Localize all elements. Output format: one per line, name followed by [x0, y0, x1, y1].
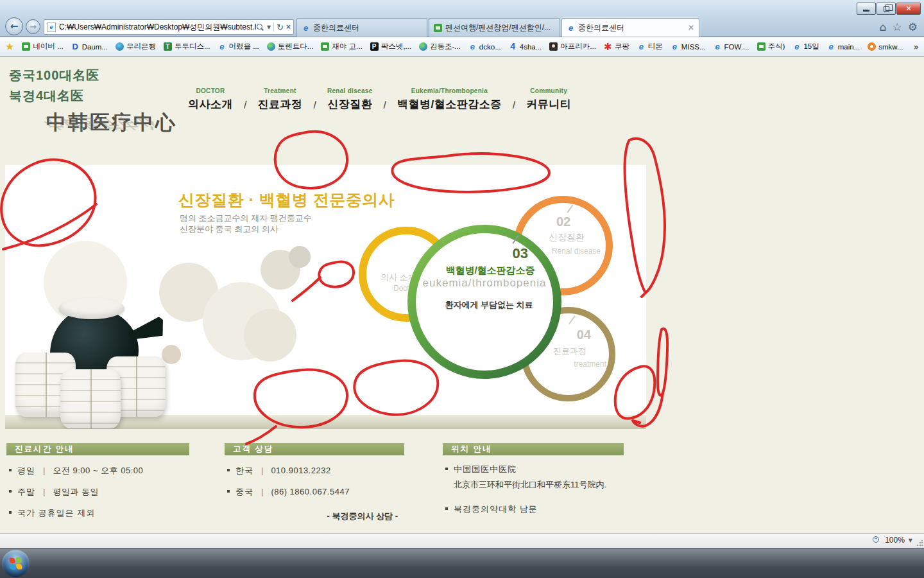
favorite-torrent[interactable]: 토렌트다... [267, 42, 314, 51]
ie-favicon: e [468, 42, 477, 51]
forward-button[interactable]: → [26, 19, 40, 34]
ie-favicon: e [827, 42, 835, 51]
ie-favicon: e [792, 42, 801, 51]
hours-row: 주말 | 평일과 동일 [6, 486, 189, 498]
site-logo-reflection: 中韩医疗中心 [35, 114, 167, 132]
favorite-coupang[interactable]: ✱쿠팡 [604, 42, 629, 51]
circle-en-label: Renal disease [552, 245, 601, 257]
favorite-woori[interactable]: 우리은행 [116, 42, 156, 51]
location-name: 북경중의약대학 남문 [454, 504, 538, 515]
stop-icon[interactable]: × [286, 22, 291, 31]
browser-titlebar: ✕ ← → e C:₩Users₩Administrator₩Desktop₩성… [0, 0, 924, 37]
windows-flag-icon [9, 557, 22, 570]
location-header: 위치 안내 [443, 443, 624, 455]
favorite-daum[interactable]: DDaum... [71, 42, 108, 51]
close-icon: ✕ [905, 4, 911, 13]
address-dropdown-icon[interactable]: ▼ [267, 24, 271, 30]
row-divider: | [35, 487, 53, 496]
favorite-paxnet[interactable]: P팍스넷,... [370, 42, 411, 51]
restore-button[interactable] [877, 3, 896, 15]
favorite-fow[interactable]: eFOW.... [714, 42, 749, 51]
row-label: 중국 [235, 486, 253, 498]
phone-number: 010.9013.2232 [271, 466, 330, 475]
favorite-15il[interactable]: e15일 [792, 42, 819, 51]
nav-en-label: Eukemia/Thrombopenia [411, 87, 488, 94]
favorite-tutu[interactable]: T투투디스... [164, 42, 210, 51]
circle-en-label: treatment [574, 360, 606, 369]
favorite-4shared[interactable]: 44sha... [509, 42, 542, 51]
favorite-label: FOW.... [724, 43, 749, 51]
nav-item-doctor[interactable]: DOCTOR 의사소개 [188, 87, 233, 112]
settings-gear-icon[interactable]: ⚙ [908, 21, 918, 33]
favorite-label: 투투디스... [175, 42, 210, 51]
hours-row: 평일 | 오전 9:00 ~ 오후 05:00 [6, 465, 189, 477]
4shared-icon: 4 [509, 42, 517, 51]
start-button[interactable] [2, 550, 30, 577]
favorite-ie-page[interactable]: e어렸을 ... [218, 42, 259, 51]
nav-ko-label: 신장질환 [327, 97, 372, 112]
favorite-label: 쿠팡 [615, 42, 629, 51]
bullet-icon [9, 469, 12, 471]
favorite-label: 팍스넷,... [381, 42, 411, 51]
favorite-tmon[interactable]: e티몬 [637, 42, 663, 51]
minimize-icon [863, 10, 869, 12]
location-name: 中国国医中医院 [454, 464, 517, 475]
circle-number: 03 [513, 245, 528, 262]
green-site-icon [757, 42, 766, 51]
home-icon[interactable]: ⌂ [880, 21, 887, 33]
favorites-overflow-icon[interactable]: » [913, 42, 919, 52]
nav-separator: / [302, 100, 327, 112]
tab-3-active[interactable]: e 중한의료센터 ✕ [561, 18, 699, 37]
naver-icon [22, 42, 30, 51]
tab-1[interactable]: e 중한의료센터 [296, 18, 427, 37]
favorite-naver[interactable]: 네이버 ... [22, 42, 63, 51]
tab-close-icon[interactable]: ✕ [684, 23, 694, 32]
favorite-label: 네이버 ... [33, 42, 63, 51]
decor-circle [289, 246, 311, 268]
favorites-star-icon[interactable]: ☆ [893, 21, 902, 33]
nav-item-treatment[interactable]: Treatment 진료과정 [257, 87, 302, 112]
nav-item-community[interactable]: Community 커뮤니티 [526, 87, 571, 112]
nav-ko-label: 백혈병/혈소판감소증 [397, 97, 502, 112]
favorite-jaeya[interactable]: 재야 고... [321, 42, 362, 51]
row-label: 한국 [235, 465, 253, 477]
zoom-control[interactable]: 100% ▼ [872, 536, 912, 545]
address-url[interactable]: C:₩Users₩Administrator₩Desktop₩성민의원₩subt… [59, 22, 256, 33]
page-icon: e [47, 22, 56, 32]
nav-item-renal[interactable]: Renal disease 신장질환 [327, 87, 373, 112]
refresh-icon[interactable]: ↻ [277, 22, 284, 32]
nav-separator: / [233, 100, 257, 112]
circle-ko-label: 백혈병/혈소판감소증 [407, 265, 561, 277]
favorite-kimdongjo[interactable]: 김동조-... [419, 42, 461, 51]
row-value: 평일과 동일 [53, 486, 99, 498]
favorite-label: 아프리카... [560, 42, 596, 51]
favorite-miss[interactable]: eMISS... [671, 42, 706, 51]
globe-icon [267, 42, 275, 51]
ie-favicon: e [714, 42, 722, 51]
favorite-label: 토렌트다... [278, 42, 314, 51]
nav-item-leukemia[interactable]: Eukemia/Thrombopenia 백혈병/혈소판감소증 [397, 87, 502, 112]
zoom-dropdown-icon[interactable]: ▼ [909, 538, 912, 543]
tutu-icon: T [164, 42, 172, 51]
banner-title: 신장질환 · 백혈병 전문중의사 [178, 189, 395, 211]
nav-en-label: Community [530, 87, 567, 94]
add-favorite-icon[interactable]: ★ [5, 40, 14, 53]
resize-grip[interactable] [916, 540, 923, 547]
favorite-smkw[interactable]: smkw... [868, 42, 903, 51]
search-icon[interactable] [256, 23, 264, 31]
banner-subtitle-2: 신장분야 중국 최고의 의사 [180, 223, 278, 235]
favorite-label: 15일 [803, 42, 819, 51]
favorite-afreeca[interactable]: 아프리카... [549, 42, 596, 51]
tab-2[interactable]: 펜션여행/펜션창업/펜션할인/... [429, 18, 560, 37]
favorite-label: 김동조-... [430, 42, 461, 51]
location-section: 위치 안내 中国国医中医院 北京市三环和平街北口和平桥东11号院内. 북경중의약… [443, 443, 624, 515]
favorite-main[interactable]: emain... [827, 42, 860, 51]
favorite-dcko[interactable]: edcko... [468, 42, 501, 51]
address-bar[interactable]: e C:₩Users₩Administrator₩Desktop₩성민의원₩su… [44, 19, 294, 35]
favorite-stock[interactable]: 주식) [757, 42, 785, 51]
minimize-button[interactable] [857, 3, 876, 15]
back-button[interactable]: ← [5, 17, 23, 35]
smkw-icon [868, 42, 876, 51]
menu-circle-leukemia[interactable]: 03 백혈병/혈소판감소증 eukemia/thrombopenia 환자에게 … [407, 225, 561, 379]
close-button[interactable]: ✕ [896, 3, 921, 15]
